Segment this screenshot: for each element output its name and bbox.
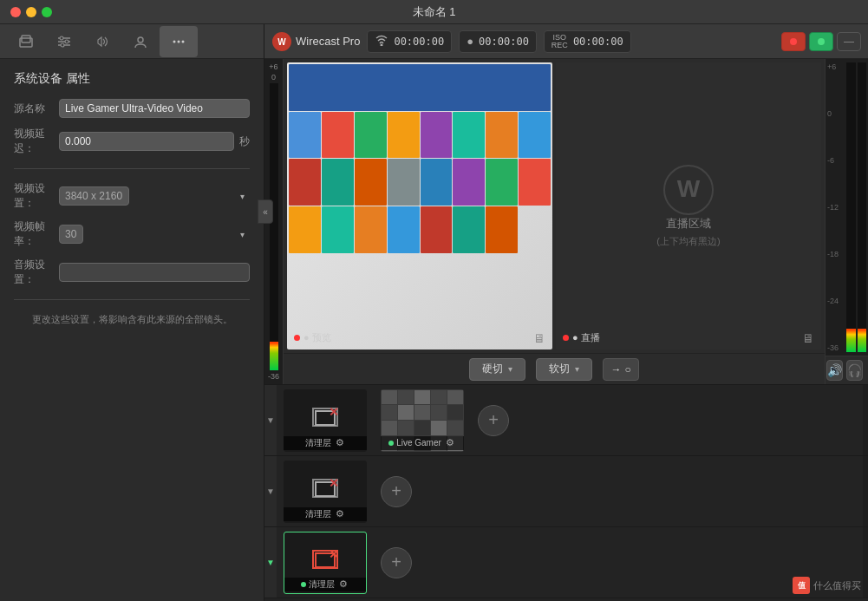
source-name-input[interactable] bbox=[59, 99, 250, 118]
traffic-lights bbox=[10, 7, 52, 17]
delay-row: 视频延迟： 秒 bbox=[14, 127, 250, 156]
minimize-button[interactable] bbox=[26, 7, 36, 17]
headphone-button[interactable]: 🎧 bbox=[846, 360, 863, 381]
scale-minus36: -36 bbox=[827, 343, 843, 352]
cut-toolbar: 硬切 ▾ 软切 ▾ → ○ bbox=[284, 353, 825, 384]
iso-counter: ISOREC 00:00:00 bbox=[544, 30, 631, 53]
soft-cut-dropdown-icon: ▾ bbox=[575, 364, 579, 374]
stream-button-dark[interactable]: — bbox=[837, 32, 861, 51]
iso-label: ISOREC bbox=[551, 34, 568, 49]
delay-input[interactable] bbox=[59, 132, 234, 151]
audio-settings-input[interactable] bbox=[59, 263, 250, 282]
video-settings-select[interactable]: 3840 x 2160 bbox=[59, 186, 129, 206]
soft-cut-button[interactable]: 软切 ▾ bbox=[536, 358, 592, 381]
pc23 bbox=[486, 206, 518, 253]
shot-content-thumb-row1[interactable]: Live Gamer ⚙ bbox=[381, 389, 464, 452]
collapse-sidebar-button[interactable]: « bbox=[258, 199, 273, 224]
shot-thumb-layer1-row1[interactable]: ✕ 清理层 ⚙ bbox=[284, 389, 367, 452]
shots-area: ▼ ✕ 清理层 ⚙ bbox=[264, 384, 868, 601]
vu-bar-ch-left bbox=[846, 329, 856, 352]
pc14 bbox=[453, 159, 485, 206]
hard-cut-dropdown-icon: ▾ bbox=[508, 364, 512, 374]
center-preview: ● 预览 🖥 W 直播区域 (上下均有黑边 bbox=[284, 59, 825, 384]
wirecast-icon: W bbox=[271, 31, 292, 52]
active-dot-row3 bbox=[301, 582, 306, 587]
layer-label-row2: 清理层 bbox=[305, 508, 331, 520]
cut-apply-button[interactable]: → ○ bbox=[603, 358, 638, 381]
maximize-button[interactable] bbox=[42, 7, 52, 17]
divider1 bbox=[14, 168, 250, 169]
sc7 bbox=[398, 405, 414, 420]
framerate-select-wrapper: 30 bbox=[59, 225, 250, 244]
cut-circle-icon: ○ bbox=[624, 363, 630, 376]
framerate-label: 视频帧率： bbox=[14, 219, 59, 249]
chevron-left-icon: « bbox=[263, 207, 268, 217]
sc14 bbox=[431, 421, 447, 435]
shot-row-arrow-1[interactable]: ▼ bbox=[264, 385, 277, 455]
sidebar-icon-more[interactable] bbox=[160, 26, 198, 57]
sc11 bbox=[382, 421, 397, 435]
svg-text:W: W bbox=[277, 37, 286, 47]
pc18 bbox=[322, 206, 354, 253]
active-dot-row1 bbox=[388, 441, 394, 446]
preview-monitor-icon: 🖥 bbox=[533, 331, 545, 345]
preview-dot-icon bbox=[294, 335, 300, 341]
sc5 bbox=[447, 390, 463, 405]
shot-row-3: ▼ ✕ 清理层 ⚙ + bbox=[264, 527, 868, 598]
settings-icon-row1[interactable]: ⚙ bbox=[334, 437, 346, 449]
hard-cut-label: 硬切 bbox=[482, 362, 503, 376]
add-shot-button-row1[interactable]: + bbox=[478, 405, 509, 436]
close-button[interactable] bbox=[10, 7, 21, 17]
framerate-select[interactable]: 30 bbox=[59, 225, 83, 244]
scale-minus6: -6 bbox=[827, 156, 843, 165]
shot-thumb-label-row2: 清理层 ⚙ bbox=[284, 507, 367, 521]
sidebar-icon-layers[interactable] bbox=[7, 26, 45, 57]
sidebar-icon-audio[interactable] bbox=[83, 26, 121, 57]
pc1 bbox=[289, 112, 321, 159]
svg-point-5 bbox=[60, 36, 63, 40]
pc9 bbox=[289, 159, 321, 206]
pc11 bbox=[355, 159, 387, 206]
shot-row-end-1 bbox=[863, 385, 868, 455]
record-counter: ● 00:00:00 bbox=[459, 30, 537, 53]
shot-thumb-layer1-row3[interactable]: ✕ 清理层 ⚙ bbox=[284, 532, 367, 594]
live-dot-icon bbox=[563, 335, 569, 341]
shot-row-arrow-2[interactable]: ▼ bbox=[264, 456, 277, 526]
toolbar-right-buttons: — bbox=[781, 32, 861, 51]
content-name-row1: Live Gamer bbox=[396, 438, 441, 447]
hard-cut-button[interactable]: 硬切 ▾ bbox=[469, 358, 525, 381]
stream-button-red[interactable] bbox=[781, 32, 806, 51]
svg-point-11 bbox=[182, 40, 185, 42]
svg-rect-1 bbox=[22, 36, 30, 42]
settings-row3[interactable]: ⚙ bbox=[337, 578, 349, 591]
content-settings-row1[interactable]: ⚙ bbox=[444, 437, 456, 449]
pc6 bbox=[453, 112, 485, 159]
shot-row-end-2 bbox=[863, 456, 868, 526]
layer-x-row3: ✕ bbox=[329, 547, 339, 561]
sidebar-icon-user[interactable] bbox=[121, 26, 160, 57]
source-name-row: 源名称 bbox=[14, 99, 250, 118]
shot-row-arrow-3[interactable]: ▼ bbox=[264, 527, 277, 598]
layer-label-row3: 清理层 bbox=[309, 578, 335, 591]
svg-point-14 bbox=[381, 44, 383, 47]
preview-label-text: ● 预览 bbox=[303, 331, 331, 344]
video-settings-label: 视频设置： bbox=[14, 181, 59, 211]
watermark-area: 值 什么值得买 bbox=[793, 577, 861, 594]
svg-point-7 bbox=[61, 43, 64, 47]
sidebar-icon-settings[interactable] bbox=[45, 26, 83, 57]
add-shot-button-row2[interactable]: + bbox=[381, 476, 412, 507]
pc7 bbox=[486, 112, 518, 159]
layers-icon-row3: ✕ bbox=[308, 545, 343, 580]
pc8 bbox=[519, 112, 551, 159]
pc22 bbox=[453, 206, 485, 253]
pc19 bbox=[355, 206, 387, 253]
shot-thumb-label-row3: 清理层 ⚙ bbox=[284, 578, 366, 591]
sc1 bbox=[382, 390, 397, 405]
headphone-icon: 🎧 bbox=[847, 363, 862, 377]
speaker-button[interactable]: 🔊 bbox=[826, 360, 843, 381]
stream-button-green[interactable] bbox=[809, 32, 833, 51]
settings-row2[interactable]: ⚙ bbox=[334, 508, 346, 520]
add-shot-button-row3[interactable]: + bbox=[381, 547, 412, 578]
shot-thumb-layer1-row2[interactable]: ✕ 清理层 ⚙ bbox=[284, 461, 367, 523]
sc12 bbox=[398, 421, 414, 435]
